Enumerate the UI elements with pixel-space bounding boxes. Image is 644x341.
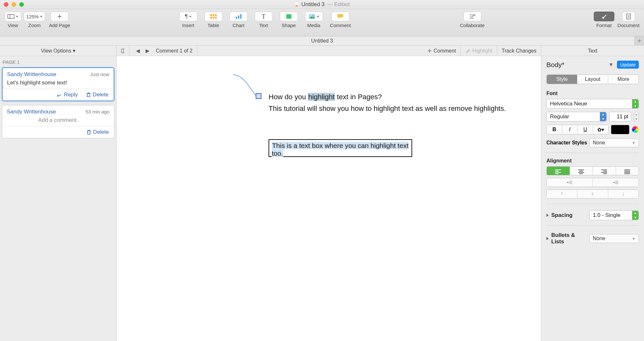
highlight-button[interactable]: Highlight (461, 46, 497, 56)
update-style-button[interactable]: Update (617, 61, 639, 69)
format-group: Format (594, 10, 614, 36)
svg-rect-24 (87, 93, 90, 97)
table-group: Table (204, 10, 223, 36)
vertical-alignment: ⤒ ⇕ ⤓ (546, 190, 639, 199)
tab-style[interactable]: Style (547, 75, 577, 84)
inspector-title: Text (541, 46, 644, 56)
chart-button[interactable] (230, 12, 248, 21)
alignment-section-label: Alignment (546, 158, 639, 164)
view-button[interactable] (5, 12, 21, 21)
zoom-group: 125% Zoom (24, 10, 45, 36)
add-page-button[interactable] (51, 12, 69, 21)
align-center-button[interactable] (570, 167, 593, 175)
font-size-stepper[interactable]: ▲▼ (634, 112, 639, 122)
add-comment-button[interactable]: +Comment (423, 46, 461, 56)
horizontal-alignment (546, 166, 639, 175)
shape-icon (286, 14, 292, 19)
format-button[interactable] (594, 12, 614, 21)
next-comment-button[interactable]: ▶ (144, 47, 151, 55)
text-color-swatch[interactable] (611, 125, 629, 134)
document-button[interactable] (622, 12, 635, 21)
insert-button[interactable]: ¶ (179, 12, 197, 21)
tab-more[interactable]: More (608, 75, 639, 84)
toggle-sidebar-button[interactable] (117, 46, 129, 56)
character-styles-picker[interactable]: None▼ (589, 138, 639, 147)
comment-marker[interactable] (256, 93, 261, 99)
valign-bottom-button[interactable]: ⤓ (608, 190, 639, 198)
close-window-button[interactable] (4, 2, 8, 7)
paragraph[interactable]: This tutorial will show you how to highl… (269, 104, 531, 113)
font-family-picker[interactable]: Helvetica Neue ▲▼ (546, 99, 639, 109)
text-box[interactable]: This is a text box where you can highlig… (269, 139, 412, 157)
bullets-label: Bullets & Lists (551, 232, 589, 245)
document-area: ◀ ▶ Comment 1 of 2 +Comment Highlight Tr… (117, 46, 541, 341)
delete-button[interactable]: Delete (86, 92, 109, 98)
view-options-dropdown[interactable]: View Options ▾ (0, 46, 116, 56)
disclosure-triangle-icon[interactable] (546, 214, 549, 217)
tab-layout[interactable]: Layout (577, 75, 608, 84)
document-canvas[interactable]: How do you highlight text in Pages? This… (117, 56, 541, 341)
collaborate-group: Collaborate (460, 10, 485, 36)
reply-button[interactable]: Reply (57, 92, 78, 98)
comment-placeholder[interactable]: Add a comment. (7, 117, 109, 123)
text-style-buttons: B I U ✿▾ (546, 125, 609, 134)
add-page-label: Add Page (49, 23, 70, 28)
collaborate-icon (469, 14, 476, 19)
character-styles-label: Character Styles (546, 140, 587, 146)
window-controls (4, 2, 24, 7)
svg-point-15 (470, 15, 473, 17)
align-right-button[interactable] (593, 167, 616, 175)
view-label: View (8, 23, 18, 28)
svg-rect-9 (238, 15, 239, 19)
line-spacing-picker[interactable]: 1.0 - Single ▲▼ (589, 210, 639, 220)
svg-rect-27 (88, 131, 90, 134)
svg-rect-10 (240, 14, 242, 19)
collaborate-button[interactable] (463, 12, 481, 21)
bullets-picker[interactable]: None▼ (589, 234, 639, 243)
text-button[interactable]: T (255, 12, 273, 21)
delete-button[interactable]: Delete (87, 129, 109, 135)
comment-time: Just now (90, 72, 109, 77)
font-size-field[interactable]: 11 pt (609, 112, 631, 122)
disclosure-triangle-icon[interactable] (546, 237, 549, 240)
indent-button[interactable] (593, 178, 639, 187)
align-justify-button[interactable] (616, 167, 639, 175)
paragraph-style-name[interactable]: Body* (546, 61, 564, 69)
italic-button[interactable]: I (562, 125, 578, 134)
review-toolbar: ◀ ▶ Comment 1 of 2 +Comment Highlight Tr… (117, 46, 541, 56)
valign-top-button[interactable]: ⤒ (547, 190, 577, 198)
prev-comment-button[interactable]: ◀ (134, 47, 142, 55)
document-tab-bar: Untitled 3 + (0, 36, 644, 46)
bold-button[interactable]: B (547, 125, 562, 134)
highlighted-text: highlight (308, 93, 335, 101)
valign-middle-button[interactable]: ⇕ (577, 190, 608, 198)
paragraph-style-chevron-icon[interactable]: ▼ (609, 62, 614, 68)
new-tab-button[interactable]: + (634, 36, 644, 46)
shape-button[interactable] (280, 12, 298, 21)
comments-sidebar: View Options ▾ PAGE 1 Sandy Writtenhouse… (0, 46, 117, 341)
color-wheel-icon[interactable] (632, 126, 639, 133)
track-changes-button[interactable]: Track Changes (497, 46, 541, 56)
align-left-button[interactable] (547, 167, 570, 175)
paragraph[interactable]: How do you highlight text in Pages? (269, 93, 531, 101)
comment-card[interactable]: Sandy Writtenhouse 53 min ago Add a comm… (2, 105, 114, 138)
font-style-picker[interactable]: Regular ▲▼ (546, 112, 607, 122)
media-icon (309, 14, 315, 19)
text-options-button[interactable]: ✿▾ (593, 125, 608, 134)
table-button[interactable] (204, 12, 223, 21)
maximize-window-button[interactable] (19, 2, 24, 7)
zoom-button[interactable]: 125% (24, 12, 45, 21)
underline-button[interactable]: U (578, 125, 593, 134)
document-tab-title[interactable]: Untitled 3 (311, 38, 333, 44)
insert-group: ¶ Insert (179, 10, 197, 36)
comment-card[interactable]: Sandy Writtenhouse Just now Let's highli… (2, 67, 114, 101)
minimize-window-button[interactable] (12, 2, 16, 7)
comment-author: Sandy Writtenhouse (7, 109, 56, 115)
chart-icon (235, 14, 242, 19)
media-button[interactable] (305, 12, 323, 21)
comment-button[interactable] (331, 12, 349, 21)
outdent-button[interactable] (547, 178, 593, 187)
document-icon (626, 14, 631, 19)
indent-buttons (546, 178, 639, 187)
document-icon (294, 2, 299, 7)
